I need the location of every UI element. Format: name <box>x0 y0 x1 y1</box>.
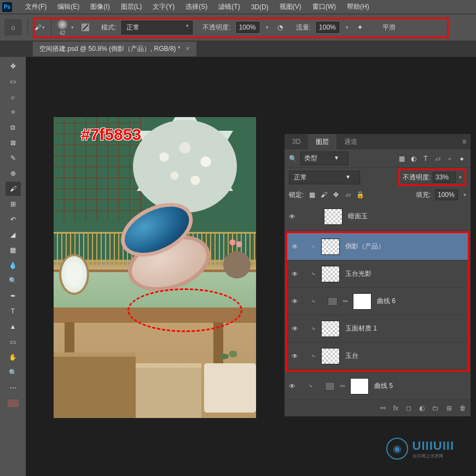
airbrush-icon[interactable]: ✦ <box>354 21 366 33</box>
brush-tool-icon[interactable]: 🖌▾ <box>33 21 45 33</box>
layer-thumbnail[interactable] <box>321 239 340 255</box>
layer-thumbnail[interactable] <box>321 348 340 364</box>
layer-row[interactable]: 👁 ⤷ ⚯ 曲线 5 <box>285 373 471 400</box>
rectangle-tool[interactable]: ▭ <box>5 335 21 349</box>
chevron-down-icon[interactable]: ▾ <box>459 175 462 180</box>
chevron-down-icon[interactable]: ▾ <box>463 192 466 198</box>
layer-row[interactable]: 👁⤷倒影（产品） <box>287 233 468 260</box>
blend-mode-select[interactable]: 正常▾ <box>121 21 193 34</box>
filter-toggle-icon[interactable]: ● <box>457 154 466 163</box>
magic-wand-tool[interactable]: ✧ <box>5 105 21 119</box>
filter-type-icon[interactable]: T <box>421 154 430 163</box>
dodge-tool[interactable]: 🔍 <box>5 274 21 288</box>
filter-adjust-icon[interactable]: ◐ <box>409 154 418 163</box>
visibility-icon[interactable]: 👁 <box>292 352 299 360</box>
history-brush-tool[interactable]: ↶ <box>5 212 21 227</box>
pen-tool[interactable]: ✒ <box>5 289 21 303</box>
layer-name[interactable]: 玉台光影 <box>345 269 371 278</box>
adjustment-layer-icon[interactable]: ◐ <box>419 404 425 412</box>
layer-mask-thumbnail[interactable] <box>350 378 369 394</box>
zoom-tool[interactable]: 🔍 <box>5 365 21 380</box>
menu-help[interactable]: 帮助(H) <box>341 2 375 11</box>
frame-tool[interactable]: ⊠ <box>5 136 21 150</box>
filter-smart-icon[interactable]: ▫ <box>445 154 454 163</box>
layer-row[interactable]: 👁⤷玉台 <box>287 343 468 370</box>
blur-tool[interactable]: 💧 <box>5 258 21 272</box>
delete-icon[interactable]: 🗑 <box>460 404 466 412</box>
layer-row[interactable]: 👁⤷⚯曲线 6 <box>287 288 468 315</box>
fx-icon[interactable]: fx <box>393 404 398 412</box>
panel-menu-icon[interactable]: ≡ <box>462 138 466 146</box>
pressure-opacity-icon[interactable]: ◔ <box>274 21 286 33</box>
healing-tool[interactable]: ⊕ <box>5 166 21 181</box>
visibility-icon[interactable]: 👁 <box>289 213 297 220</box>
link-layers-icon[interactable]: ⚯ <box>380 404 386 412</box>
menu-type[interactable]: 文字(Y) <box>147 2 180 11</box>
layer-name[interactable]: 玉面材质 1 <box>345 324 377 333</box>
lock-pixels-icon[interactable]: ▦ <box>308 191 316 199</box>
menu-window[interactable]: 窗口(W) <box>307 2 341 11</box>
lock-all-icon[interactable]: 🔒 <box>356 191 364 199</box>
layer-row[interactable]: 👁 暗面玉 <box>285 203 471 230</box>
tab-layers[interactable]: 图层 <box>308 134 336 150</box>
hand-tool[interactable]: ✋ <box>5 350 21 364</box>
move-tool[interactable]: ✥ <box>5 59 21 73</box>
canvas-document[interactable] <box>54 117 256 418</box>
menu-layer[interactable]: 图层(L) <box>115 2 148 11</box>
path-select-tool[interactable]: ▲ <box>5 320 21 334</box>
layer-opacity-input[interactable]: 33% <box>433 172 456 183</box>
lock-artboard-icon[interactable]: ▱ <box>344 191 352 199</box>
crop-tool[interactable]: ⧉ <box>5 120 21 135</box>
document-tab[interactable]: 空间搭建.psd @ 50.8% (倒影（产品）, RGB/8) * × <box>33 42 196 56</box>
group-icon[interactable]: 🗀 <box>432 404 439 412</box>
layer-row[interactable]: 👁⤷玉面材质 1 <box>287 315 468 343</box>
visibility-icon[interactable]: 👁 <box>289 382 297 390</box>
filter-image-icon[interactable]: ▦ <box>397 154 406 163</box>
lasso-tool[interactable]: ⌕ <box>5 90 21 104</box>
brush-settings-icon[interactable] <box>79 21 91 33</box>
menu-select[interactable]: 选择(S) <box>180 2 213 11</box>
filter-shape-icon[interactable]: ▱ <box>433 154 442 163</box>
menu-edit[interactable]: 编辑(E) <box>52 2 85 11</box>
visibility-icon[interactable]: 👁 <box>292 325 299 333</box>
flow-input[interactable]: 100% <box>316 22 339 33</box>
eraser-tool[interactable]: ◢ <box>5 228 21 242</box>
type-tool[interactable]: T <box>5 304 21 318</box>
lock-position-icon[interactable]: ✥ <box>332 191 340 199</box>
layer-name[interactable]: 玉台 <box>345 351 358 361</box>
opacity-input[interactable]: 100% <box>236 22 259 33</box>
home-button[interactable]: ⌂ <box>4 19 22 36</box>
chevron-down-icon[interactable]: ▾ <box>266 25 269 30</box>
layer-thumbnail[interactable] <box>324 208 343 225</box>
menu-view[interactable]: 视图(V) <box>274 2 307 11</box>
chevron-down-icon[interactable]: ▾ <box>346 25 349 30</box>
tab-3d[interactable]: 3D <box>285 135 308 149</box>
mask-icon[interactable]: ◻ <box>406 404 411 412</box>
menu-image[interactable]: 图像(I) <box>85 2 115 11</box>
brush-preset-picker[interactable]: 42 ▾ <box>57 19 74 36</box>
layer-name[interactable]: 曲线 6 <box>377 297 396 306</box>
visibility-icon[interactable]: 👁 <box>292 243 299 251</box>
menu-file[interactable]: 文件(F) <box>20 2 52 11</box>
visibility-icon[interactable]: 👁 <box>292 270 299 278</box>
foreground-color[interactable] <box>8 399 19 407</box>
layer-name[interactable]: 倒影（产品） <box>345 242 385 251</box>
layer-row[interactable]: 👁⤷玉台光影 <box>287 260 468 288</box>
layer-thumbnail[interactable] <box>321 321 340 337</box>
fill-input[interactable]: 100% <box>435 189 458 200</box>
layer-name[interactable]: 暗面玉 <box>348 212 368 221</box>
filter-type-select[interactable]: 类型 ▾ <box>300 152 349 165</box>
layer-blend-mode-select[interactable]: 正常▾ <box>289 171 360 184</box>
stamp-tool[interactable]: ⊞ <box>5 197 21 211</box>
tab-channels[interactable]: 通道 <box>336 134 365 150</box>
visibility-icon[interactable]: 👁 <box>292 298 299 305</box>
menu-filter[interactable]: 滤镜(T) <box>213 2 245 11</box>
gradient-tool[interactable]: ▦ <box>5 243 21 257</box>
menu-3d[interactable]: 3D(D) <box>246 3 274 11</box>
layer-thumbnail[interactable] <box>353 293 371 310</box>
marquee-tool[interactable]: ▭ <box>5 74 21 89</box>
lock-brush-icon[interactable]: 🖌 <box>320 191 328 199</box>
layer-thumbnail[interactable] <box>321 266 340 282</box>
layer-name[interactable]: 曲线 5 <box>374 381 393 391</box>
eyedropper-tool[interactable]: ✎ <box>5 151 21 165</box>
